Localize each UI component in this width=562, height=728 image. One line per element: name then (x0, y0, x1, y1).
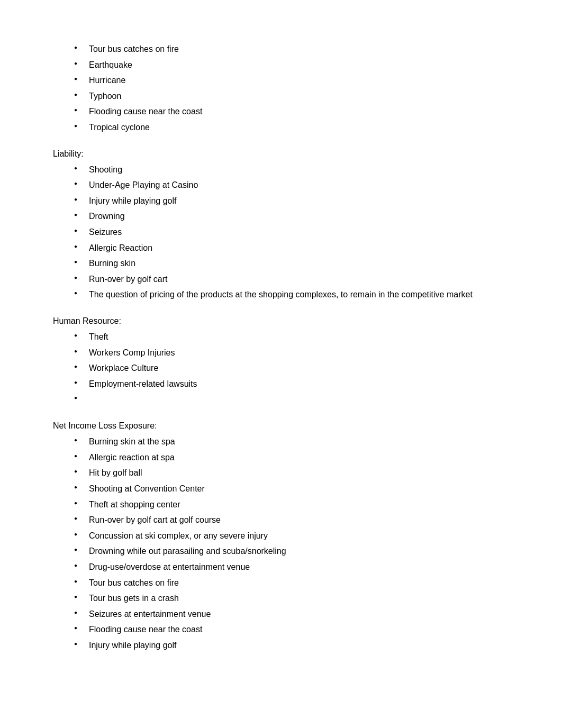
list-item: Shooting at Convention Center (74, 482, 509, 496)
section-list: ShootingUnder-Age Playing at CasinoInjur… (53, 163, 509, 302)
list-item: Tour bus catches on fire (74, 42, 509, 56)
list-item: Tropical cyclone (74, 121, 509, 134)
list-item: Drowning while out parasailing and scuba… (74, 544, 509, 558)
list-item: Shooting (74, 163, 509, 177)
list-item: Tour bus gets in a crash (74, 592, 509, 605)
list-item: Employment-related lawsuits (74, 377, 509, 391)
list-item: Burning skin at the spa (74, 435, 509, 449)
list-item: Workers Comp Injuries (74, 346, 509, 360)
list-item: Flooding cause near the coast (74, 623, 509, 636)
list-item: Injury while playing golf (74, 639, 509, 652)
section-list: TheftWorkers Comp InjuriesWorkplace Cult… (53, 330, 509, 406)
section-heading: Human Resource: (53, 316, 509, 326)
section-liability: Liability:ShootingUnder-Age Playing at C… (53, 149, 509, 302)
list-item: Burning skin (74, 257, 509, 270)
list-item: Allergic reaction at spa (74, 451, 509, 465)
section-heading: Net Income Loss Exposure: (53, 421, 509, 431)
list-item: Run-over by golf cart at golf course (74, 513, 509, 527)
list-item: Injury while playing golf (74, 194, 509, 208)
list-item: Run-over by golf cart (74, 272, 509, 286)
list-item: Theft (74, 330, 509, 344)
list-item: Typhoon (74, 89, 509, 103)
list-item: Workplace Culture (74, 361, 509, 375)
list-item: Seizures (74, 225, 509, 239)
section-net-income-loss: Net Income Loss Exposure:Burning skin at… (53, 421, 509, 652)
section-heading: Liability: (53, 149, 509, 159)
list-item: Earthquake (74, 58, 509, 72)
list-item: Tour bus catches on fire (74, 576, 509, 590)
list-item: Hit by golf ball (74, 466, 509, 480)
intro-list: Tour bus catches on fireEarthquakeHurric… (53, 42, 509, 134)
list-item: Hurricane (74, 74, 509, 87)
list-item (74, 393, 509, 406)
list-item: Concussion at ski complex, or any severe… (74, 529, 509, 543)
list-item: Seizures at entertainment venue (74, 607, 509, 621)
sections-container: Liability:ShootingUnder-Age Playing at C… (53, 149, 509, 652)
list-item: Theft at shopping center (74, 498, 509, 512)
intro-items: Tour bus catches on fireEarthquakeHurric… (53, 42, 509, 134)
list-item: Flooding cause near the coast (74, 105, 509, 119)
list-item: Allergic Reaction (74, 241, 509, 255)
list-item: The question of pricing of the products … (74, 288, 509, 302)
list-item: Under-Age Playing at Casino (74, 178, 509, 192)
list-item: Drug-use/overdose at entertainment venue (74, 560, 509, 574)
section-human-resource: Human Resource:TheftWorkers Comp Injurie… (53, 316, 509, 406)
section-list: Burning skin at the spaAllergic reaction… (53, 435, 509, 652)
list-item: Drowning (74, 210, 509, 223)
